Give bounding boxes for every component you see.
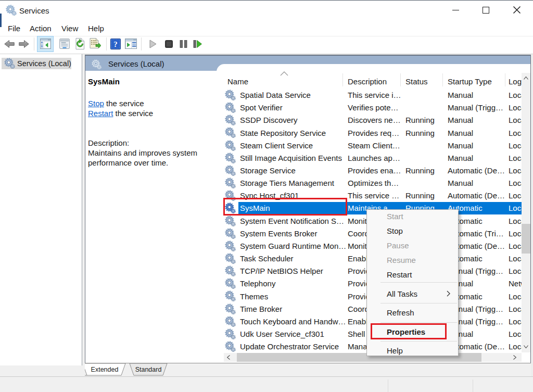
svg-text:Standard: Standard (135, 366, 162, 373)
svg-text:Extended: Extended (91, 366, 119, 373)
svg-text:?: ? (113, 40, 118, 48)
